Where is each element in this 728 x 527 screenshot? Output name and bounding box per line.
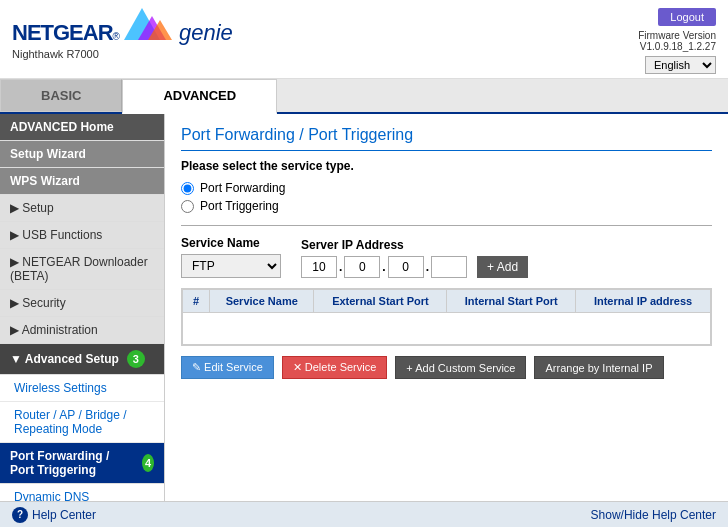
header-right: Logout Firmware Version V1.0.9.18_1.2.27… (638, 8, 716, 74)
tab-bar: BASIC ADVANCED (0, 79, 728, 114)
th-internal-ip: Internal IP address (576, 290, 711, 313)
header: NETGEAR® genie Nighthawk R7000 Logout Fi… (0, 0, 728, 79)
sidebar-item-wireless-settings[interactable]: Wireless Settings (0, 375, 164, 402)
label-port-triggering: Port Triggering (200, 199, 279, 213)
delete-service-button[interactable]: ✕ Delete Service (282, 356, 388, 379)
add-custom-service-button[interactable]: + Add Custom Service (395, 356, 526, 379)
sidebar-item-port-forwarding[interactable]: Port Forwarding / Port Triggering 4 (0, 443, 164, 484)
service-type-label: Please select the service type. (181, 159, 712, 173)
ip-dot-2: . (382, 260, 385, 274)
ip-dot-3: . (426, 260, 429, 274)
services-table: # Service Name External Start Port Inter… (182, 289, 711, 345)
label-port-forwarding: Port Forwarding (200, 181, 285, 195)
sidebar-item-administration[interactable]: ▶ Administration (0, 317, 164, 344)
th-hash: # (183, 290, 210, 313)
form-row-service-ip: Service Name FTP HTTP HTTPS SMTP DNS Ser… (181, 236, 712, 278)
th-internal-start-port: Internal Start Port (447, 290, 576, 313)
tab-advanced[interactable]: ADVANCED (122, 79, 277, 114)
sidebar-item-setup[interactable]: ▶ Setup (0, 195, 164, 222)
logo-r: ® (113, 31, 120, 42)
radio-port-triggering[interactable] (181, 200, 194, 213)
table-empty-row (183, 313, 711, 345)
language-selector-wrap: English French Spanish German Italian Ch… (638, 56, 716, 74)
sidebar-item-usb-functions[interactable]: ▶ USB Functions (0, 222, 164, 249)
table-header-row: # Service Name External Start Port Inter… (183, 290, 711, 313)
ip-octet1[interactable] (301, 256, 337, 278)
sidebar-item-setup-wizard[interactable]: Setup Wizard (0, 141, 164, 168)
show-hide-help[interactable]: Show/Hide Help Center (591, 508, 716, 522)
server-ip-label: Server IP Address (301, 238, 528, 252)
radio-port-forwarding[interactable] (181, 182, 194, 195)
logo-genie: genie (179, 20, 233, 46)
radio-row-port-triggering: Port Triggering (181, 199, 712, 213)
page-title: Port Forwarding / Port Triggering (181, 126, 712, 151)
th-service-name: Service Name (210, 290, 314, 313)
badge-4: 4 (142, 454, 154, 472)
firmware-label: Firmware Version V1.0.9.18_1.2.27 (638, 30, 716, 52)
content-area: Port Forwarding / Port Triggering Please… (165, 114, 728, 527)
sidebar-item-router-ap-bridge[interactable]: Router / AP / Bridge / Repeating Mode (0, 402, 164, 443)
table-wrap: # Service Name External Start Port Inter… (181, 288, 712, 346)
service-name-select[interactable]: FTP HTTP HTTPS SMTP DNS (181, 254, 281, 278)
ip-octet3[interactable] (388, 256, 424, 278)
service-name-label: Service Name (181, 236, 281, 250)
logo-netgear: NETGEAR (12, 20, 113, 46)
device-name: Nighthawk R7000 (12, 48, 233, 60)
ip-dot-1: . (339, 260, 342, 274)
logo-triangle (124, 8, 179, 40)
help-icon: ? (12, 507, 28, 523)
tab-basic[interactable]: BASIC (0, 79, 122, 112)
help-label: Help Center (32, 508, 96, 522)
form-group-service-name: Service Name FTP HTTP HTTPS SMTP DNS (181, 236, 281, 278)
help-center[interactable]: ? Help Center (12, 507, 96, 523)
firmware-version: V1.0.9.18_1.2.27 (640, 41, 716, 52)
sidebar: ADVANCED Home Setup Wizard WPS Wizard ▶ … (0, 114, 165, 527)
add-button[interactable]: + Add (477, 256, 528, 278)
footer: ? Help Center Show/Hide Help Center (0, 501, 728, 527)
arrange-by-ip-button[interactable]: Arrange by Internal IP (534, 356, 663, 379)
ip-octet4[interactable] (431, 256, 467, 278)
sidebar-item-advanced-home[interactable]: ADVANCED Home (0, 114, 164, 141)
logo-area: NETGEAR® genie Nighthawk R7000 (12, 8, 233, 60)
th-external-start-port: External Start Port (314, 290, 447, 313)
radio-group-service-type: Port Forwarding Port Triggering (181, 181, 712, 213)
language-select[interactable]: English French Spanish German Italian Ch… (645, 56, 716, 74)
sidebar-item-security[interactable]: ▶ Security (0, 290, 164, 317)
logout-button[interactable]: Logout (658, 8, 716, 26)
sidebar-item-wps-wizard[interactable]: WPS Wizard (0, 168, 164, 195)
edit-service-button[interactable]: ✎ Edit Service (181, 356, 274, 379)
ip-octet2[interactable] (344, 256, 380, 278)
sidebar-item-netgear-downloader[interactable]: ▶ NETGEAR Downloader (BETA) (0, 249, 164, 290)
action-bar: ✎ Edit Service ✕ Delete Service + Add Cu… (181, 356, 712, 379)
ip-group: . . . + Add (301, 256, 528, 278)
radio-row-port-forwarding: Port Forwarding (181, 181, 712, 195)
main-layout: ADVANCED Home Setup Wizard WPS Wizard ▶ … (0, 114, 728, 527)
sidebar-item-advanced-setup[interactable]: ▼ Advanced Setup 3 (0, 344, 164, 375)
form-group-server-ip: Server IP Address . . . + Add (301, 238, 528, 278)
badge-3: 3 (127, 350, 145, 368)
